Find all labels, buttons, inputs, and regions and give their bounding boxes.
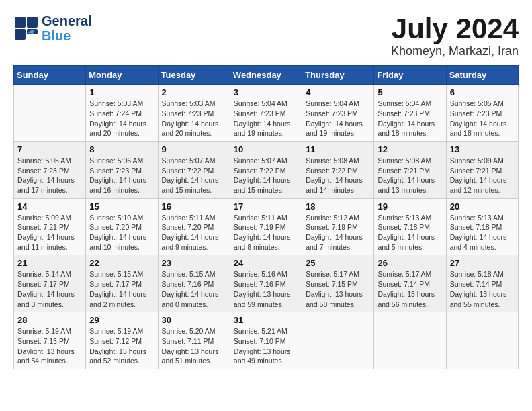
location: Khomeyn, Markazi, Iran	[391, 44, 519, 58]
calendar-cell: 7Sunrise: 5:05 AM Sunset: 7:23 PM Daylig…	[14, 141, 86, 198]
calendar-week-row: 7Sunrise: 5:05 AM Sunset: 7:23 PM Daylig…	[14, 141, 519, 198]
title-block: July 2024 Khomeyn, Markazi, Iran	[391, 13, 519, 58]
day-info: Sunrise: 5:18 AM Sunset: 7:14 PM Dayligh…	[450, 269, 515, 309]
calendar-cell: 16Sunrise: 5:11 AM Sunset: 7:20 PM Dayli…	[158, 198, 230, 255]
day-number: 28	[17, 315, 82, 325]
calendar-cell: 5Sunrise: 5:04 AM Sunset: 7:23 PM Daylig…	[374, 85, 446, 142]
day-number: 21	[17, 258, 82, 268]
day-number: 18	[306, 201, 370, 212]
day-number: 24	[234, 258, 298, 268]
calendar-week-row: 21Sunrise: 5:14 AM Sunset: 7:17 PM Dayli…	[14, 255, 519, 312]
day-info: Sunrise: 5:13 AM Sunset: 7:18 PM Dayligh…	[450, 213, 515, 253]
calendar-week-row: 1Sunrise: 5:03 AM Sunset: 7:24 PM Daylig…	[14, 85, 519, 142]
day-info: Sunrise: 5:11 AM Sunset: 7:19 PM Dayligh…	[234, 213, 298, 253]
svg-rect-0	[15, 17, 26, 28]
day-info: Sunrise: 5:10 AM Sunset: 7:20 PM Dayligh…	[89, 213, 154, 253]
day-number: 26	[378, 258, 442, 268]
calendar-cell: 3Sunrise: 5:04 AM Sunset: 7:23 PM Daylig…	[230, 85, 302, 142]
calendar-cell: 20Sunrise: 5:13 AM Sunset: 7:18 PM Dayli…	[446, 198, 518, 255]
calendar-cell: 6Sunrise: 5:05 AM Sunset: 7:23 PM Daylig…	[446, 85, 518, 142]
calendar-cell: 10Sunrise: 5:07 AM Sunset: 7:22 PM Dayli…	[230, 141, 302, 198]
day-info: Sunrise: 5:07 AM Sunset: 7:22 PM Dayligh…	[234, 156, 298, 195]
day-info: Sunrise: 5:15 AM Sunset: 7:17 PM Dayligh…	[89, 269, 154, 309]
calendar-cell: 9Sunrise: 5:07 AM Sunset: 7:22 PM Daylig…	[158, 141, 230, 198]
logo: General Blue	[13, 13, 91, 43]
day-info: Sunrise: 5:19 AM Sunset: 7:12 PM Dayligh…	[89, 326, 154, 366]
day-number: 29	[89, 315, 154, 325]
day-number: 15	[89, 201, 154, 212]
day-number: 11	[306, 144, 370, 154]
day-info: Sunrise: 5:04 AM Sunset: 7:23 PM Dayligh…	[234, 99, 298, 138]
calendar-cell: 11Sunrise: 5:08 AM Sunset: 7:22 PM Dayli…	[302, 141, 374, 198]
weekday-header-thursday: Thursday	[302, 66, 374, 85]
day-info: Sunrise: 5:08 AM Sunset: 7:22 PM Dayligh…	[306, 156, 370, 195]
day-info: Sunrise: 5:09 AM Sunset: 7:21 PM Dayligh…	[17, 213, 82, 253]
calendar-cell: 8Sunrise: 5:06 AM Sunset: 7:23 PM Daylig…	[86, 141, 158, 198]
weekday-header-row: SundayMondayTuesdayWednesdayThursdayFrid…	[14, 66, 519, 85]
weekday-header-tuesday: Tuesday	[158, 66, 230, 85]
day-info: Sunrise: 5:08 AM Sunset: 7:21 PM Dayligh…	[378, 156, 442, 195]
day-number: 12	[378, 144, 442, 154]
calendar-cell: 2Sunrise: 5:03 AM Sunset: 7:23 PM Daylig…	[158, 85, 230, 142]
day-info: Sunrise: 5:04 AM Sunset: 7:23 PM Dayligh…	[378, 99, 442, 138]
calendar-cell	[14, 85, 86, 142]
day-info: Sunrise: 5:03 AM Sunset: 7:24 PM Dayligh…	[89, 99, 154, 138]
calendar-week-row: 28Sunrise: 5:19 AM Sunset: 7:13 PM Dayli…	[14, 312, 519, 369]
calendar-cell: 18Sunrise: 5:12 AM Sunset: 7:19 PM Dayli…	[302, 198, 374, 255]
weekday-header-monday: Monday	[86, 66, 158, 85]
calendar-cell: 23Sunrise: 5:15 AM Sunset: 7:16 PM Dayli…	[158, 255, 230, 312]
calendar-cell: 21Sunrise: 5:14 AM Sunset: 7:17 PM Dayli…	[14, 255, 86, 312]
calendar-cell: 31Sunrise: 5:21 AM Sunset: 7:10 PM Dayli…	[230, 312, 302, 369]
day-info: Sunrise: 5:09 AM Sunset: 7:21 PM Dayligh…	[450, 156, 515, 195]
day-info: Sunrise: 5:11 AM Sunset: 7:20 PM Dayligh…	[162, 213, 226, 253]
day-number: 14	[17, 201, 82, 212]
page-header: General Blue July 2024 Khomeyn, Markazi,…	[13, 13, 519, 58]
day-info: Sunrise: 5:17 AM Sunset: 7:14 PM Dayligh…	[378, 269, 442, 309]
day-info: Sunrise: 5:17 AM Sunset: 7:15 PM Dayligh…	[306, 269, 370, 309]
day-number: 30	[162, 315, 226, 325]
calendar-cell: 26Sunrise: 5:17 AM Sunset: 7:14 PM Dayli…	[374, 255, 446, 312]
calendar-cell: 15Sunrise: 5:10 AM Sunset: 7:20 PM Dayli…	[86, 198, 158, 255]
day-number: 22	[89, 258, 154, 268]
calendar-cell: 12Sunrise: 5:08 AM Sunset: 7:21 PM Dayli…	[374, 141, 446, 198]
day-number: 31	[234, 315, 298, 325]
day-info: Sunrise: 5:04 AM Sunset: 7:23 PM Dayligh…	[306, 99, 370, 138]
calendar-cell: 22Sunrise: 5:15 AM Sunset: 7:17 PM Dayli…	[86, 255, 158, 312]
day-number: 25	[306, 258, 370, 268]
calendar-cell	[374, 312, 446, 369]
day-number: 27	[450, 258, 515, 268]
calendar-cell: 28Sunrise: 5:19 AM Sunset: 7:13 PM Dayli…	[14, 312, 86, 369]
day-info: Sunrise: 5:12 AM Sunset: 7:19 PM Dayligh…	[306, 213, 370, 253]
calendar-cell: 30Sunrise: 5:20 AM Sunset: 7:11 PM Dayli…	[158, 312, 230, 369]
calendar-cell: 27Sunrise: 5:18 AM Sunset: 7:14 PM Dayli…	[446, 255, 518, 312]
day-number: 1	[89, 87, 154, 97]
day-info: Sunrise: 5:05 AM Sunset: 7:23 PM Dayligh…	[450, 99, 515, 138]
day-info: Sunrise: 5:03 AM Sunset: 7:23 PM Dayligh…	[162, 99, 226, 138]
svg-rect-2	[15, 29, 26, 40]
day-info: Sunrise: 5:15 AM Sunset: 7:16 PM Dayligh…	[162, 269, 226, 309]
day-number: 5	[378, 87, 442, 97]
day-number: 20	[450, 201, 515, 212]
day-number: 19	[378, 201, 442, 212]
month-title: July 2024	[391, 13, 519, 44]
day-number: 9	[162, 144, 226, 154]
day-number: 16	[162, 201, 226, 212]
day-number: 3	[234, 87, 298, 97]
weekday-header-friday: Friday	[374, 66, 446, 85]
calendar-cell: 19Sunrise: 5:13 AM Sunset: 7:18 PM Dayli…	[374, 198, 446, 255]
day-number: 8	[89, 144, 154, 154]
day-number: 6	[450, 87, 515, 97]
day-info: Sunrise: 5:19 AM Sunset: 7:13 PM Dayligh…	[17, 326, 82, 366]
day-number: 4	[306, 87, 370, 97]
day-info: Sunrise: 5:13 AM Sunset: 7:18 PM Dayligh…	[378, 213, 442, 253]
calendar-cell: 29Sunrise: 5:19 AM Sunset: 7:12 PM Dayli…	[86, 312, 158, 369]
logo-blue: Blue	[42, 28, 71, 43]
day-info: Sunrise: 5:14 AM Sunset: 7:17 PM Dayligh…	[17, 269, 82, 309]
svg-rect-1	[27, 17, 38, 28]
day-info: Sunrise: 5:07 AM Sunset: 7:22 PM Dayligh…	[162, 156, 226, 195]
weekday-header-saturday: Saturday	[446, 66, 518, 85]
day-info: Sunrise: 5:20 AM Sunset: 7:11 PM Dayligh…	[162, 326, 226, 366]
calendar-cell	[446, 312, 518, 369]
day-number: 17	[234, 201, 298, 212]
day-info: Sunrise: 5:16 AM Sunset: 7:16 PM Dayligh…	[234, 269, 298, 309]
